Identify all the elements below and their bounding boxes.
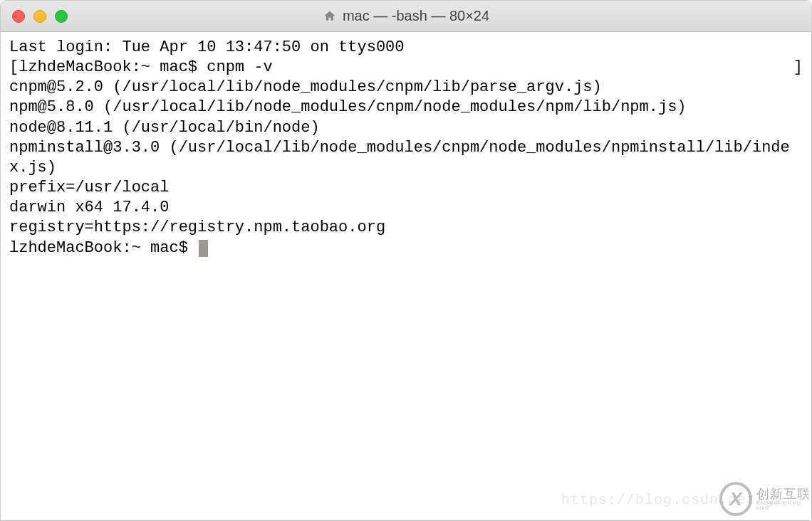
terminal-line: npm@5.8.0 (/usr/local/lib/node_modules/c…	[9, 98, 803, 117]
terminal-line: prefix=/usr/local	[9, 178, 803, 198]
window-title: mac — -bash — 80×24	[343, 8, 489, 24]
terminal-line: node@8.11.1 (/usr/local/bin/node)	[9, 118, 803, 138]
watermark-logo: X 创新互联 CHUANG XIN HU LIAN	[719, 477, 812, 521]
zoom-button[interactable]	[55, 10, 68, 23]
traffic-lights	[12, 10, 68, 23]
close-button[interactable]	[12, 10, 25, 23]
terminal-line: darwin x64 17.4.0	[9, 198, 803, 218]
terminal-body[interactable]: Last login: Tue Apr 10 13:47:50 on ttys0…	[1, 32, 811, 520]
logo-cn: 创新互联	[756, 488, 812, 500]
terminal-cursor	[199, 240, 208, 257]
logo-text: 创新互联 CHUANG XIN HU LIAN	[756, 488, 812, 510]
terminal-line: [lzhdeMacBook:~ mac$ cnpm -v]	[9, 58, 803, 78]
terminal-line: registry=https://registry.npm.taobao.org	[9, 218, 803, 238]
terminal-line: Last login: Tue Apr 10 13:47:50 on ttys0…	[9, 38, 803, 58]
terminal-window: mac — -bash — 80×24 Last login: Tue Apr …	[0, 0, 812, 521]
logo-en: CHUANG XIN HU LIAN	[756, 500, 812, 510]
logo-circle-icon: X	[719, 482, 752, 516]
titlebar[interactable]: mac — -bash — 80×24	[1, 1, 811, 32]
terminal-line: npminstall@3.3.0 (/usr/local/lib/node_mo…	[9, 138, 803, 178]
minimize-button[interactable]	[33, 10, 46, 23]
home-icon	[323, 9, 337, 23]
title-wrap: mac — -bash — 80×24	[323, 8, 489, 24]
terminal-line: lzhdeMacBook:~ mac$	[9, 238, 803, 258]
terminal-line: cnpm@5.2.0 (/usr/local/lib/node_modules/…	[9, 78, 803, 98]
